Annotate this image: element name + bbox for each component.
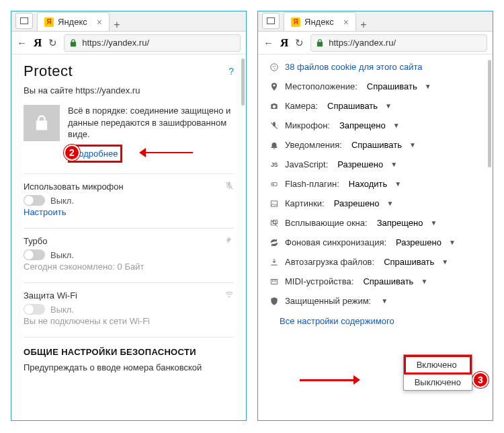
chevron-down-icon: ▼ <box>430 219 437 227</box>
cookies-link[interactable]: 38 файлов cookie для этого сайта <box>285 62 422 72</box>
tab-bar: Я Яндекс × + <box>11 11 246 32</box>
annotation-arrow-icon <box>300 379 353 381</box>
perm-midi[interactable]: MIDI-устройства Спрашивать ▼ <box>269 272 483 291</box>
chevron-down-icon: ▼ <box>421 278 427 285</box>
panel-button-icon[interactable] <box>15 13 33 29</box>
tab-yandex[interactable]: Я Яндекс × <box>37 12 110 31</box>
bell-icon <box>269 141 280 150</box>
perm-protected-mode[interactable]: Защищенный режим ▼ <box>269 291 483 311</box>
svg-point-1 <box>228 297 229 297</box>
close-tab-icon[interactable]: × <box>97 17 102 28</box>
turbo-toggle[interactable] <box>24 249 45 260</box>
turbo-state: Выкл. <box>50 250 74 260</box>
yandex-logo-icon[interactable]: Я <box>34 36 42 50</box>
mic-configure-link[interactable]: Настроить <box>24 207 234 217</box>
perm-downloads[interactable]: Автозагрузка файлов Спрашивать ▼ <box>269 252 483 272</box>
annotation-arrow-icon <box>146 152 193 153</box>
scrollbar[interactable] <box>241 58 245 106</box>
download-icon <box>269 258 280 267</box>
perm-popups[interactable]: Всплывающие окна Запрещено ▼ <box>269 213 483 233</box>
perm-javascript[interactable]: JS JavaScript Разрешено ▼ <box>269 155 483 174</box>
lock-icon <box>315 38 325 48</box>
tab-bar: Я Яндекс × + <box>258 11 493 32</box>
mic-toggle[interactable] <box>24 195 45 206</box>
svg-point-3 <box>272 66 274 67</box>
tab-title: Яндекс <box>304 17 334 27</box>
address-bar[interactable]: https://yandex.ru/ <box>310 34 487 52</box>
svg-rect-8 <box>273 183 274 184</box>
separator <box>24 337 234 338</box>
popup-icon <box>269 219 280 228</box>
tab-yandex[interactable]: Я Яндекс × <box>284 12 356 31</box>
shield-icon <box>269 297 280 306</box>
chevron-down-icon: ▼ <box>387 200 394 207</box>
url-text: https://yandex.ru/ <box>82 38 149 48</box>
site-line: Вы на сайте https://yandex.ru <box>24 85 234 95</box>
browser-window-right: Я Яндекс × + ← Я ↻ https://yandex.ru/ 38… <box>257 11 493 421</box>
big-lock-icon <box>24 105 60 141</box>
back-button-icon[interactable]: ← <box>263 37 274 48</box>
location-icon <box>269 82 280 91</box>
wifi-label: Защита Wi-Fi <box>24 290 77 301</box>
annotation-badge-2: 2 <box>64 145 80 161</box>
cookies-row[interactable]: 38 файлов cookie для этого сайта <box>269 57 483 77</box>
cookie-icon <box>269 63 280 72</box>
js-icon: JS <box>269 161 280 168</box>
svg-line-12 <box>271 219 278 227</box>
dropdown-option-off[interactable]: Выключено <box>404 375 472 390</box>
separator <box>24 173 234 174</box>
perm-location[interactable]: Местоположение Спрашивать ▼ <box>269 77 483 96</box>
mic-off-icon <box>224 181 234 192</box>
close-tab-icon[interactable]: × <box>343 17 349 28</box>
separator <box>24 282 234 283</box>
favicon-icon: Я <box>44 17 54 27</box>
chevron-down-icon: ▼ <box>425 83 431 90</box>
new-tab-button[interactable]: + <box>356 19 371 31</box>
perm-notifications[interactable]: Уведомления Спрашивать ▼ <box>269 135 483 155</box>
yandex-logo-icon[interactable]: Я <box>280 36 288 50</box>
back-button-icon[interactable]: ← <box>17 37 27 48</box>
wifi-icon <box>224 290 234 301</box>
image-icon <box>269 199 280 208</box>
svg-point-2 <box>271 63 278 71</box>
setting-turbo: Турбо Выкл. Сегодня сэкономлено: 0 Байт <box>24 235 234 272</box>
new-tab-button[interactable]: + <box>110 19 124 31</box>
tab-title: Яндекс <box>58 17 87 27</box>
protected-mode-dropdown: Включено Выключено <box>403 354 472 391</box>
chevron-down-icon: ▼ <box>381 297 388 305</box>
scrollbar[interactable] <box>488 60 491 167</box>
perm-microphone[interactable]: Микрофон Запрещено ▼ <box>269 116 483 135</box>
address-bar[interactable]: https://yandex.ru/ <box>64 34 241 52</box>
chevron-down-icon: ▼ <box>449 239 456 246</box>
toolbar: ← Я ↻ https://yandex.ru/ <box>258 32 493 54</box>
mic-state: Выкл. <box>50 196 74 206</box>
secure-info: Всё в порядке: соединение защищено и дан… <box>68 105 234 163</box>
panel-button-icon[interactable] <box>262 13 280 29</box>
reload-button-icon[interactable]: ↻ <box>48 37 57 49</box>
perm-camera[interactable]: Камера Спрашивать ▼ <box>269 96 483 116</box>
setting-microphone: Использовать микрофон Выкл. Настроить <box>24 181 234 217</box>
svg-rect-9 <box>271 200 277 206</box>
url-text: https://yandex.ru/ <box>329 38 396 48</box>
flash-icon <box>269 180 280 189</box>
perm-images[interactable]: Картинки Разрешено ▼ <box>269 194 483 213</box>
separator <box>24 228 234 229</box>
chevron-down-icon: ▼ <box>409 141 416 149</box>
chevron-down-icon: ▼ <box>390 161 397 168</box>
mic-off-icon <box>269 121 280 130</box>
perm-sync[interactable]: Фоновая синхронизация Разрешено ▼ <box>269 233 483 252</box>
all-settings-link[interactable]: Все настройки содержимого <box>269 311 483 336</box>
toolbar: ← Я ↻ https://yandex.ru/ <box>11 32 246 54</box>
chevron-down-icon: ▼ <box>442 258 448 266</box>
browser-window-left: Я Яндекс × + ← Я ↻ https://yandex.ru/ Pr… <box>11 11 247 421</box>
perm-flash[interactable]: Flash-плагин Находить ▼ <box>269 174 483 194</box>
wifi-toggle <box>24 304 45 315</box>
reload-button-icon[interactable]: ↻ <box>295 37 304 49</box>
dropdown-option-on[interactable]: Включено <box>404 355 472 375</box>
svg-point-4 <box>274 65 276 67</box>
turbo-saved: Сегодня сэкономлено: 0 Байт <box>24 262 234 272</box>
secure-text: Всё в порядке: соединение защищено и дан… <box>68 105 234 141</box>
permissions-panel: 38 файлов cookie для этого сайта Местопо… <box>258 54 493 420</box>
chevron-down-icon: ▼ <box>393 122 400 129</box>
help-button[interactable]: ? <box>228 66 234 77</box>
